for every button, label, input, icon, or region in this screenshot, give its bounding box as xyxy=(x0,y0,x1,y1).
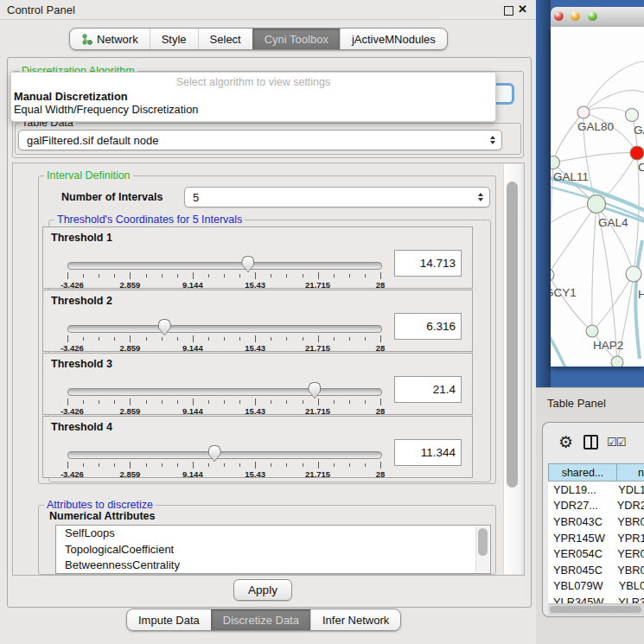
desktop-edge xyxy=(536,0,551,387)
tick-label: 2.859 xyxy=(120,343,141,353)
slider-tick-labels: -3.4262.8599.14415.4321.71528 xyxy=(67,343,380,353)
scrollbar-thumb[interactable] xyxy=(550,606,641,613)
table-panel: ⚙ ☑☑ shared... na YDL19...YDL1YDR27...YD… xyxy=(542,422,644,617)
tab-infer-network[interactable]: Infer Network xyxy=(310,609,400,630)
num-intervals-value: 5 xyxy=(193,191,478,204)
split-column-icon[interactable] xyxy=(583,435,598,450)
threshold-value-field[interactable]: 6.316 xyxy=(394,313,462,340)
control-panel-title: Control Panel xyxy=(7,3,75,16)
cell-shared-name: YDL19... xyxy=(548,483,614,496)
threshold-panel-3: Threshold 3-3.4262.8599.14415.4321.71528… xyxy=(42,353,473,415)
network-view-canvas[interactable]: GAL80GACDGAL11GAL4GCY1HHAP2 xyxy=(551,27,644,367)
spinner-icon xyxy=(478,193,483,201)
num-intervals-label: Number of Intervals xyxy=(61,191,163,203)
slider-thumb[interactable] xyxy=(208,445,221,462)
algorithm-dropdown-popup: Select algorithm to view settings Manual… xyxy=(10,72,496,122)
slider-track[interactable] xyxy=(67,388,382,396)
cell-name: YPR1 xyxy=(613,532,644,545)
table-data-combo[interactable]: galFiltered.sif default node xyxy=(18,130,502,150)
slider-ticks xyxy=(67,462,380,469)
node-label-gal80: GAL80 xyxy=(577,120,614,133)
scrollbar-thumb[interactable] xyxy=(478,528,488,556)
traffic-green-icon[interactable] xyxy=(588,11,597,21)
tick-label: 28 xyxy=(376,280,386,290)
tick-label: 2.859 xyxy=(120,469,141,479)
tick-label: 28 xyxy=(376,469,386,479)
table-row[interactable]: YPR145WYPR1 xyxy=(548,530,644,546)
tab-cyni-toolbox[interactable]: Cyni Toolbox xyxy=(252,29,340,49)
cell-name: YBR0 xyxy=(613,564,644,577)
tick-label: 28 xyxy=(376,406,386,416)
cell-name: YBL0 xyxy=(615,579,644,592)
cell-name: YLR3 xyxy=(614,596,644,603)
column-header-name[interactable]: na xyxy=(616,463,644,481)
table-row[interactable]: YLR345WYLR3 xyxy=(548,594,644,603)
apply-button[interactable]: Apply xyxy=(233,579,292,601)
tick-label: 9.144 xyxy=(182,280,203,290)
node-label-gcy1: GCY1 xyxy=(551,286,577,299)
tab-style[interactable]: Style xyxy=(150,29,198,49)
attributes-list[interactable]: SelfLoopsTopologicalCoefficientBetweenne… xyxy=(55,525,491,574)
tab-impute-data[interactable]: Impute Data xyxy=(127,609,211,630)
tab-network[interactable]: Network xyxy=(70,29,150,49)
node-label-hap2: HAP2 xyxy=(593,339,623,352)
attribute-item[interactable]: SelfLoops xyxy=(56,526,490,542)
node-label-ga: GA xyxy=(634,124,644,137)
spinner-icon xyxy=(490,136,495,144)
gear-icon[interactable]: ⚙ xyxy=(558,434,573,450)
slider-track[interactable] xyxy=(67,325,382,333)
dropdown-option-1[interactable]: Manual Discretization xyxy=(14,90,128,103)
dropdown-prompt: Select algorithm to view settings xyxy=(11,76,495,88)
slider-thumb[interactable] xyxy=(158,319,171,335)
dropdown-option-2[interactable]: Equal Width/Frequency Discretization xyxy=(14,103,198,116)
table-row[interactable]: YER054CYER0 xyxy=(548,545,644,562)
top-tab-bar: NetworkStyleSelectCyni ToolboxjActiveMNo… xyxy=(69,28,448,50)
table-row[interactable]: YBL079WYBL0 xyxy=(548,578,644,595)
slider-thumb[interactable] xyxy=(241,256,254,272)
settings-scrollbar[interactable] xyxy=(503,164,521,574)
threshold-label: Threshold 4 xyxy=(51,421,112,433)
threshold-panel-1: Threshold 1-3.4262.8599.14415.4321.71528… xyxy=(42,226,473,289)
tick-label: 9.144 xyxy=(182,469,203,479)
traffic-red-icon[interactable] xyxy=(554,11,564,21)
close-icon[interactable]: ✕ xyxy=(518,3,527,16)
numerical-attributes-header: Numerical Attributes xyxy=(49,510,155,522)
tab-label: Select xyxy=(210,33,241,46)
slider-track[interactable] xyxy=(67,451,382,459)
tick-label: 9.144 xyxy=(182,343,203,353)
slider-thumb[interactable] xyxy=(308,382,321,399)
slider-tick-labels: -3.4262.8599.14415.4321.71528 xyxy=(67,469,380,479)
threshold-value-field[interactable]: 11.344 xyxy=(394,439,462,466)
tick-label: 21.715 xyxy=(305,343,330,353)
tick-label: 9.144 xyxy=(182,406,203,416)
network-window-titlebar[interactable] xyxy=(551,7,644,28)
column-header-shared[interactable]: shared... xyxy=(548,463,616,481)
cell-shared-name: YBR043C xyxy=(548,515,613,528)
horizontal-scrollbar[interactable] xyxy=(548,603,644,615)
attribute-item[interactable]: TopologicalCoefficient xyxy=(56,542,490,558)
traffic-yellow-icon[interactable] xyxy=(571,11,580,21)
screen: Control Panel ✕ NetworkStyleSelectCyni T… xyxy=(0,0,644,644)
table-row[interactable]: YDL19...YDL1 xyxy=(548,481,644,498)
threshold-value-field[interactable]: 14.713 xyxy=(394,250,462,277)
tab-label: Impute Data xyxy=(138,614,200,627)
cell-name: YDL1 xyxy=(614,483,644,496)
threshold-value-field[interactable]: 21.4 xyxy=(394,376,462,403)
cell-shared-name: YPR145W xyxy=(548,532,613,545)
tab-select[interactable]: Select xyxy=(198,29,252,49)
attributes-list-scrollbar[interactable] xyxy=(475,526,489,572)
table-row[interactable]: YBR043CYBR0 xyxy=(548,513,644,530)
table-rows: YDL19...YDL1YDR27...YDR2YBR043CYBR0YPR14… xyxy=(548,481,644,603)
num-intervals-combo[interactable]: 5 xyxy=(184,187,490,207)
attribute-item[interactable]: BetweennessCentrality xyxy=(56,558,490,574)
float-window-icon[interactable] xyxy=(504,6,513,16)
tab-jactivemnodules[interactable]: jActiveMNodules xyxy=(340,29,447,49)
control-panel-titlebar: Control Panel xyxy=(0,0,536,20)
table-row[interactable]: YBR045CYBR0 xyxy=(548,562,644,578)
tab-discretize-data[interactable]: Discretize Data xyxy=(211,609,310,630)
node-label-h: H xyxy=(638,288,644,301)
scrollbar-thumb[interactable] xyxy=(507,182,518,488)
checkbox-icon[interactable]: ☑☑ xyxy=(607,437,625,448)
slider-track[interactable] xyxy=(67,262,382,270)
table-row[interactable]: YDR27...YDR2 xyxy=(548,498,644,514)
